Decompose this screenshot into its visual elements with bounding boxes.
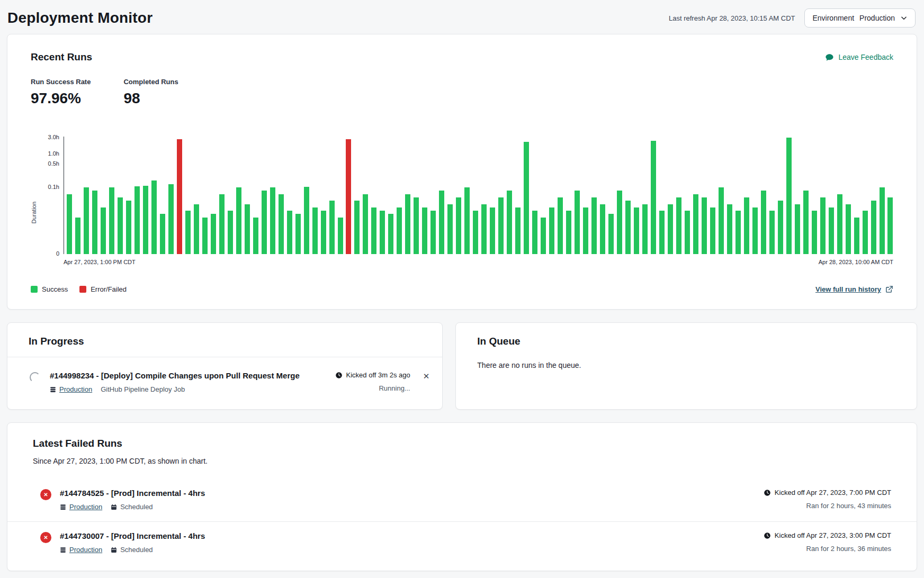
run-bar-success[interactable] — [75, 218, 80, 254]
run-bar-success[interactable] — [245, 204, 250, 254]
run-bar-success[interactable] — [617, 191, 622, 254]
run-bar-success[interactable] — [143, 186, 148, 254]
run-bar-success[interactable] — [498, 197, 504, 254]
run-bar-success[interactable] — [871, 201, 876, 254]
run-bar-success[interactable] — [880, 187, 885, 254]
run-bar-success[interactable] — [668, 204, 673, 254]
run-bar-success[interactable] — [219, 194, 225, 254]
view-full-run-history-link[interactable]: View full run history — [815, 285, 893, 293]
run-bar-success[interactable] — [405, 194, 410, 254]
leave-feedback-link[interactable]: Leave Feedback — [825, 53, 893, 62]
run-bar-success[interactable] — [380, 211, 385, 254]
run-bar-success[interactable] — [803, 191, 809, 254]
run-bar-success[interactable] — [702, 197, 707, 254]
run-bar-success[interactable] — [439, 191, 444, 254]
run-bar-success[interactable] — [575, 191, 580, 254]
run-bar-success[interactable] — [608, 214, 614, 254]
run-bar-success[interactable] — [846, 204, 851, 254]
run-bar-success[interactable] — [430, 211, 436, 254]
run-bar-success[interactable] — [744, 197, 749, 254]
run-bar-success[interactable] — [363, 194, 368, 254]
run-bar-success[interactable] — [820, 197, 826, 254]
run-bar-success[interactable] — [795, 204, 800, 254]
run-bar-success[interactable] — [651, 141, 656, 254]
cancel-run-button[interactable] — [420, 371, 433, 381]
run-bar-success[interactable] — [515, 207, 521, 254]
run-bar-failed[interactable] — [177, 139, 182, 254]
run-bar-success[interactable] — [456, 197, 461, 254]
run-bar-success[interactable] — [262, 191, 267, 254]
run-bar-success[interactable] — [549, 207, 554, 254]
run-bar-failed[interactable] — [346, 139, 351, 254]
run-bar-success[interactable] — [719, 187, 724, 254]
run-bar-success[interactable] — [778, 201, 783, 254]
run-bar-success[interactable] — [600, 204, 605, 254]
run-bar-success[interactable] — [727, 204, 732, 254]
run-bar-success[interactable] — [388, 214, 393, 254]
run-bar-success[interactable] — [338, 218, 343, 254]
run-bar-success[interactable] — [126, 201, 131, 254]
run-bar-success[interactable] — [160, 214, 165, 254]
run-bar-success[interactable] — [761, 191, 766, 254]
run-bar-success[interactable] — [109, 187, 114, 254]
run-bar-success[interactable] — [118, 197, 123, 254]
run-bar-success[interactable] — [659, 211, 665, 254]
run-bar-success[interactable] — [786, 138, 792, 254]
environment-link[interactable]: Production — [60, 546, 102, 554]
run-bar-success[interactable] — [134, 186, 140, 254]
run-bar-success[interactable] — [887, 197, 893, 254]
run-bar-success[interactable] — [304, 187, 309, 254]
run-bar-success[interactable] — [829, 207, 834, 254]
run-bar-success[interactable] — [270, 187, 275, 254]
run-bar-success[interactable] — [524, 142, 529, 254]
run-bar-success[interactable] — [354, 201, 360, 254]
run-bar-success[interactable] — [735, 211, 741, 254]
run-bar-success[interactable] — [591, 197, 597, 254]
run-bar-success[interactable] — [541, 218, 546, 254]
run-bar-success[interactable] — [151, 180, 157, 254]
run-bar-success[interactable] — [812, 211, 817, 254]
run-bar-success[interactable] — [854, 218, 859, 254]
run-bar-success[interactable] — [837, 194, 842, 254]
run-bar-success[interactable] — [532, 211, 537, 254]
run-bar-success[interactable] — [676, 197, 681, 254]
run-bar-success[interactable] — [228, 211, 233, 254]
run-bar-success[interactable] — [185, 211, 191, 254]
run-bar-success[interactable] — [558, 197, 563, 254]
run-bar-success[interactable] — [194, 204, 199, 254]
run-bar-success[interactable] — [321, 211, 326, 254]
run-bar-success[interactable] — [752, 207, 758, 254]
environment-link[interactable]: Production — [60, 503, 102, 511]
run-bar-success[interactable] — [414, 197, 419, 254]
run-bar-success[interactable] — [422, 207, 427, 254]
run-bar-success[interactable] — [769, 211, 775, 254]
run-bar-success[interactable] — [168, 184, 174, 254]
run-bar-success[interactable] — [84, 187, 89, 254]
run-bar-success[interactable] — [329, 201, 335, 254]
run-bar-success[interactable] — [625, 201, 631, 254]
run-bar-success[interactable] — [253, 218, 258, 254]
run-bar-success[interactable] — [211, 214, 216, 254]
run-bar-success[interactable] — [371, 207, 376, 254]
run-bar-success[interactable] — [863, 211, 868, 254]
environment-dropdown[interactable]: Environment Production — [804, 8, 916, 28]
run-bar-success[interactable] — [92, 191, 97, 254]
run-bar-success[interactable] — [583, 207, 588, 254]
run-bar-success[interactable] — [642, 204, 648, 254]
run-bar-success[interactable] — [101, 207, 106, 254]
run-bar-success[interactable] — [507, 191, 512, 254]
run-bar-success[interactable] — [279, 194, 284, 254]
run-bar-success[interactable] — [481, 204, 487, 254]
environment-link[interactable]: Production — [50, 385, 92, 393]
run-bar-success[interactable] — [710, 207, 715, 254]
run-bar-success[interactable] — [490, 207, 495, 254]
run-bar-success[interactable] — [397, 207, 402, 254]
run-bar-success[interactable] — [202, 218, 208, 254]
run-bar-success[interactable] — [634, 207, 639, 254]
run-bar-success[interactable] — [287, 211, 292, 254]
run-bar-success[interactable] — [312, 207, 318, 254]
run-bar-success[interactable] — [464, 187, 470, 254]
run-bar-success[interactable] — [295, 214, 301, 254]
run-bar-success[interactable] — [236, 187, 241, 254]
run-bar-success[interactable] — [693, 194, 698, 254]
